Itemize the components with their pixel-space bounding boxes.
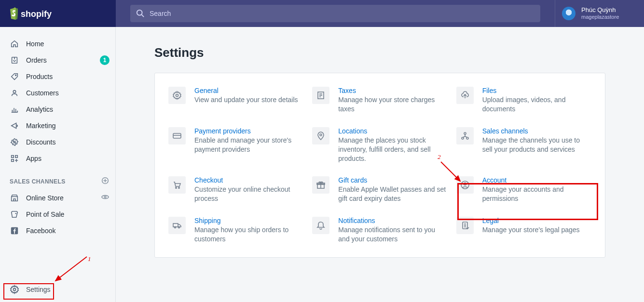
sidebar-item-apps[interactable]: Apps: [0, 150, 115, 167]
settings-card-files[interactable]: Files Upload images, videos, and documen…: [456, 87, 591, 114]
store-name: mageplazastore: [581, 14, 619, 20]
card-desc: Manage your accounts and permissions: [482, 185, 591, 203]
svg-point-36: [178, 227, 180, 228]
sidebar-item-customers[interactable]: Customers: [0, 85, 115, 101]
card-desc: Manage how your store charges taxes: [338, 95, 447, 114]
svg-point-14: [15, 213, 16, 214]
sidebar-item-label: Apps: [26, 155, 110, 162]
channels-icon: [456, 127, 474, 144]
svg-point-5: [13, 91, 15, 93]
store-icon: [10, 193, 19, 203]
user-menu[interactable]: Phúc Quỳnh mageplazastore: [555, 0, 644, 27]
sidebar-item-analytics[interactable]: Analytics: [0, 101, 115, 118]
gift-icon: [312, 176, 329, 194]
eye-icon[interactable]: [101, 193, 110, 203]
sidebar-item-orders[interactable]: Orders 1: [0, 52, 115, 68]
search-input[interactable]: [150, 10, 534, 17]
sidebar-item-discounts[interactable]: Discounts: [0, 134, 115, 150]
sidebar-item-label: Analytics: [26, 105, 110, 113]
settings-card-locations[interactable]: Locations Manage the places you stock in…: [312, 127, 447, 163]
facebook-icon: [10, 226, 19, 236]
sidebar-item-online-store[interactable]: Online Store: [0, 189, 115, 206]
settings-card-sales-channels[interactable]: Sales channels Manage the channels you u…: [456, 127, 591, 163]
orders-badge: 1: [100, 55, 110, 65]
card-desc: Manage the places you stock inventory, f…: [338, 136, 447, 163]
settings-card-general[interactable]: General View and update your store detai…: [168, 87, 303, 114]
section-header-label: SALES CHANNELS: [10, 178, 101, 185]
gear-icon: [168, 87, 186, 104]
svg-line-2: [142, 15, 144, 17]
sidebar-item-label: Customers: [26, 89, 110, 97]
products-icon: [10, 72, 19, 81]
sidebar-item-label: Orders: [26, 56, 100, 64]
card-desc: Manage notifications sent to you and you…: [338, 225, 447, 244]
settings-card-payment[interactable]: Payment providers Enable and manage your…: [168, 127, 303, 163]
settings-card-taxes[interactable]: Taxes Manage how your store charges taxe…: [312, 87, 447, 114]
apps-icon: [10, 154, 19, 163]
settings-card-notifications[interactable]: Notifications Manage notifications sent …: [312, 217, 447, 244]
svg-point-13: [104, 196, 106, 198]
account-icon: [456, 176, 474, 194]
card-title: Notifications: [338, 217, 447, 224]
card-title: Shipping: [194, 217, 303, 224]
sidebar-item-label: Home: [26, 40, 110, 48]
sidebar-item-products[interactable]: Products: [0, 68, 115, 85]
sidebar-item-marketing[interactable]: Marketing: [0, 118, 115, 134]
card-title: General: [194, 87, 303, 94]
annotation-label-2: 2: [438, 153, 441, 161]
sidebar-item-home[interactable]: Home: [0, 36, 115, 52]
sidebar-item-label: Point of Sale: [26, 210, 110, 218]
sales-channels-header: SALES CHANNELS: [0, 167, 115, 189]
creditcard-icon: [168, 127, 186, 144]
svg-point-28: [176, 187, 177, 189]
receipt-icon: [312, 87, 329, 104]
sidebar-item-settings[interactable]: Settings: [5, 281, 55, 298]
logo-area[interactable]: shopify: [0, 0, 116, 27]
user-name: Phúc Quỳnh: [581, 7, 619, 14]
card-title: Account: [482, 176, 591, 184]
legal-icon: [456, 217, 474, 234]
discounts-icon: [10, 137, 19, 147]
card-title: Files: [482, 87, 591, 94]
annotation-label-1: 1: [88, 255, 91, 263]
customers-icon: [10, 88, 19, 98]
bell-icon: [312, 217, 329, 234]
card-title: Gift cards: [338, 176, 447, 184]
card-desc: Enable and manage your store's payment p…: [194, 136, 303, 154]
card-desc: Manage the channels you use to sell your…: [482, 136, 591, 154]
svg-point-17: [176, 94, 178, 97]
settings-card-shipping[interactable]: Shipping Manage how you ship orders to c…: [168, 217, 303, 244]
svg-point-4: [15, 75, 16, 76]
files-icon: [456, 87, 474, 104]
svg-point-33: [464, 183, 466, 185]
sidebar-item-label: Online Store: [26, 194, 101, 202]
sidebar-item-pos[interactable]: Point of Sale: [0, 206, 115, 223]
settings-card-legal[interactable]: Legal Manage your store's legal pages: [456, 217, 591, 244]
sidebar-item-label: Products: [26, 73, 110, 80]
sidebar-item-facebook[interactable]: Facebook: [0, 223, 115, 239]
search-icon: [136, 9, 145, 18]
settings-panel: General View and update your store detai…: [154, 73, 605, 258]
card-title: Taxes: [338, 87, 447, 94]
home-icon: [10, 39, 19, 49]
svg-rect-10: [15, 156, 18, 158]
user-names: Phúc Quỳnh mageplazastore: [581, 7, 619, 20]
card-desc: Manage your store's legal pages: [482, 225, 591, 235]
svg-point-35: [175, 227, 176, 228]
page-title: Settings: [154, 45, 605, 60]
gear-icon: [10, 285, 19, 294]
settings-card-gift-cards[interactable]: Gift cards Enable Apple Wallet passes an…: [312, 176, 447, 203]
topbar-main: [116, 0, 555, 27]
svg-point-29: [178, 187, 180, 189]
svg-point-16: [14, 289, 16, 291]
add-channel-icon[interactable]: [101, 176, 110, 186]
search-input-wrap[interactable]: [130, 5, 540, 22]
settings-card-checkout[interactable]: Checkout Customize your online checkout …: [168, 176, 303, 203]
pos-icon: [10, 210, 19, 219]
card-title: Checkout: [194, 176, 303, 184]
avatar: [562, 7, 575, 20]
sidebar-settings-label: Settings: [26, 286, 51, 293]
settings-card-account[interactable]: Account Manage your accounts and permiss…: [456, 176, 591, 203]
card-desc: Manage how you ship orders to customers: [194, 225, 303, 244]
card-desc: Enable Apple Wallet passes and set gift …: [338, 185, 447, 203]
